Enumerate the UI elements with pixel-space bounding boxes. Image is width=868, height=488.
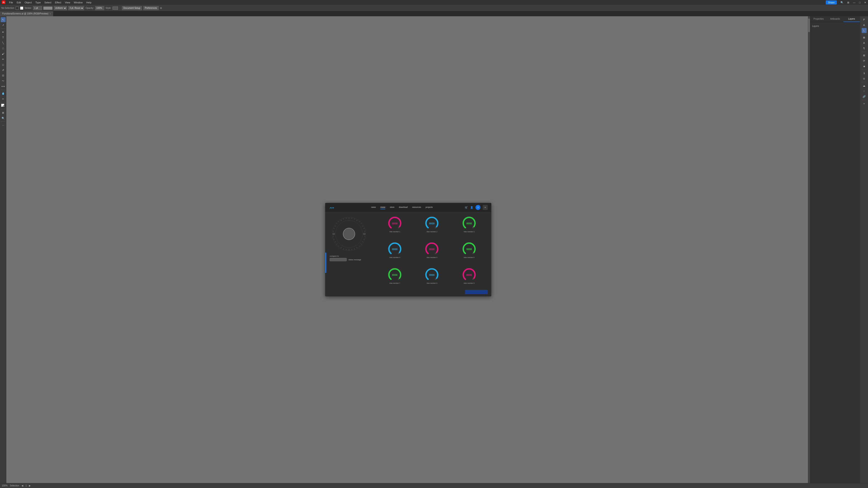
more-tools-button[interactable]: ···	[1, 123, 6, 128]
hamburger-menu[interactable]: ≡	[483, 205, 488, 210]
stroke-color[interactable]	[3, 105, 5, 108]
warp-tool[interactable]: 〜	[1, 78, 6, 84]
width-tool[interactable]: ⟺	[1, 84, 6, 89]
file-tab-close-button[interactable]: ×	[50, 11, 51, 16]
rect-tool[interactable]: □	[1, 46, 6, 51]
pen-tool[interactable]: ✒	[1, 30, 6, 35]
stroke-style-swatch[interactable]	[43, 6, 53, 10]
maximize-icon[interactable]: □	[859, 1, 861, 4]
menu-ai[interactable]: Ai	[2, 0, 5, 4]
member-card[interactable]: 0000 tribe member 9	[452, 268, 487, 292]
artboard-nav-num: 1	[26, 484, 27, 487]
stroke-value-input[interactable]	[33, 6, 42, 10]
member-card[interactable]: 0000 tribe member 2	[414, 217, 450, 240]
align-panel-icon[interactable]: ⊞	[862, 53, 867, 58]
align-icon[interactable]: ⊞	[160, 7, 162, 9]
paintbrush-tool[interactable]: 🖌	[1, 51, 6, 56]
svg-line-18	[356, 247, 357, 248]
style-label: Style:	[105, 7, 111, 9]
artboard-tool[interactable]: ⊞	[1, 110, 6, 115]
stroke-type-select[interactable]: Uniform	[54, 6, 67, 10]
selection-tool[interactable]: ↖	[1, 17, 6, 22]
menu-effect[interactable]: Effect	[55, 1, 61, 4]
line-tool[interactable]: ╲	[1, 40, 6, 45]
dial-widget[interactable]	[331, 217, 366, 252]
layers-panel-toggle[interactable]: L	[862, 28, 867, 33]
menu-edit[interactable]: Edit	[17, 1, 21, 4]
cta-button[interactable]	[465, 290, 488, 294]
member-card[interactable]: 0000 tribe member 5	[414, 242, 450, 266]
share-button[interactable]: Share	[826, 0, 837, 4]
eyedropper-tool[interactable]: 💧	[1, 91, 6, 96]
svg-line-16	[361, 244, 362, 245]
nav-link-download[interactable]: download	[399, 206, 408, 209]
nav-link-moov[interactable]: moov	[380, 206, 385, 209]
style-swatch[interactable]	[113, 6, 118, 10]
notification-badge[interactable]: 3	[475, 205, 480, 210]
info-icon[interactable]: ℹ	[862, 71, 867, 76]
direct-selection-tool[interactable]: ↗	[1, 23, 6, 28]
menu-type[interactable]: Type	[35, 1, 41, 4]
zoom-display[interactable]: 100%	[2, 484, 8, 487]
menu-file[interactable]: File	[9, 1, 13, 4]
scale-tool[interactable]: ⊡	[1, 73, 6, 78]
member-card[interactable]: 0000 tribe member 4	[377, 242, 412, 266]
type-tool[interactable]: T	[1, 35, 6, 40]
asset-export-icon[interactable]: ↑	[862, 89, 867, 94]
transform-icon[interactable]: ⟳	[862, 58, 867, 63]
artboards-panel-toggle[interactable]: A	[862, 23, 867, 28]
member-card[interactable]: 0000 tribe member 1	[377, 217, 412, 240]
zoom-tool[interactable]: 🔍	[1, 116, 6, 121]
blend-tool[interactable]: ∞	[1, 96, 6, 101]
link-icon[interactable]: 🔗	[862, 94, 867, 99]
file-tab[interactable]: FunctionalScreens.ai @ 100% (RGB/Preview…	[0, 11, 53, 16]
character-icon[interactable]: A	[862, 40, 867, 45]
nav-link-resources[interactable]: resources	[412, 206, 421, 209]
artboard-nav-prev[interactable]: ◀	[22, 484, 23, 487]
compare-input[interactable]	[330, 258, 347, 261]
user-icon[interactable]: 👤	[470, 206, 473, 209]
scroll-thumb-vertical[interactable]	[808, 19, 810, 32]
menu-view[interactable]: View	[65, 1, 70, 4]
history-icon[interactable]: ⊙	[862, 76, 867, 81]
canvas-area[interactable]: news moov store download resources proje…	[6, 16, 810, 483]
tab-artboards[interactable]: Artboards	[827, 16, 843, 22]
opacity-input[interactable]	[95, 6, 104, 10]
search-icon[interactable]: 🔍	[840, 1, 844, 4]
properties-panel-toggle[interactable]: P	[862, 17, 867, 22]
eraser-tool[interactable]: ◻	[1, 62, 6, 67]
nav-link-projects[interactable]: projects	[426, 206, 433, 209]
member-card[interactable]: 0000 tribe member 3	[452, 217, 487, 240]
stroke-weight-select[interactable]: 3 pt. Round	[68, 6, 84, 10]
pathfinder-icon[interactable]: ◈	[862, 64, 867, 69]
cart-icon[interactable]: 🛒	[465, 206, 468, 209]
scroll-track-vertical[interactable]	[808, 16, 810, 483]
close-icon[interactable]: ✕	[864, 1, 866, 4]
pencil-tool[interactable]: ✏	[1, 57, 6, 62]
stroke-color-swatch[interactable]	[20, 6, 23, 10]
member-card[interactable]: 0000 tribe member 7	[377, 268, 412, 292]
fill-color-swatch[interactable]	[16, 6, 19, 10]
preferences-button[interactable]: Preferences	[143, 6, 159, 10]
menu-select[interactable]: Select	[44, 1, 51, 4]
color-pair[interactable]	[1, 103, 6, 108]
document-setup-button[interactable]: Document Setup	[122, 6, 142, 10]
libraries-icon[interactable]: ⊠	[862, 35, 867, 40]
nav-link-news[interactable]: news	[371, 206, 376, 209]
cc-libraries-icon[interactable]: ☁	[862, 83, 867, 88]
member-card[interactable]: 0000 tribe member 8	[414, 268, 450, 292]
rotate-tool[interactable]: ↺	[1, 68, 6, 72]
collapse-icon[interactable]: »	[862, 101, 867, 106]
menu-help[interactable]: Help	[86, 1, 92, 4]
menu-window[interactable]: Window	[74, 1, 83, 4]
arrange-icon[interactable]: ⊞	[847, 1, 849, 4]
tab-layers[interactable]: Layers	[843, 16, 860, 22]
nav-link-store[interactable]: store	[390, 206, 395, 209]
artboard-nav-next[interactable]: ▶	[29, 484, 31, 487]
tab-properties[interactable]: Properties	[810, 16, 827, 22]
minimize-icon[interactable]: —	[853, 1, 855, 4]
menu-object[interactable]: Object	[25, 1, 32, 4]
svg-line-8	[361, 223, 362, 224]
member-card[interactable]: 0000 tribe member 6	[452, 242, 487, 266]
paragraph-icon[interactable]: ¶	[862, 46, 867, 51]
